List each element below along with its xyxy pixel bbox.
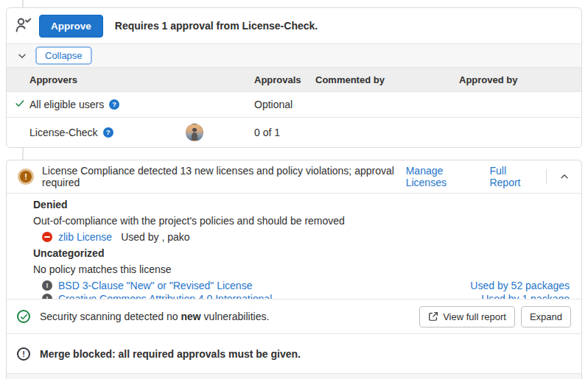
approve-button[interactable]: Approve [39, 15, 103, 38]
list-item: ! BSD 3-Clause "New" or "Revised" Licens… [42, 278, 252, 293]
help-icon[interactable]: ? [109, 99, 119, 110]
header-commented-by: Commented by [315, 74, 385, 85]
security-scanning-message: Security scanning detected no new vulner… [40, 311, 269, 322]
security-message-bold: new [181, 311, 200, 322]
merge-blocked-message: Merge blocked: all required approvals mu… [40, 348, 301, 360]
chevron-down-icon[interactable] [15, 49, 29, 63]
approvals-count: Optional [254, 99, 293, 110]
used-by-link-wrap: Used by 1 package [481, 291, 570, 299]
info-icon: ! [42, 280, 52, 291]
user-approval-icon [15, 17, 32, 35]
next-section-strip [7, 373, 581, 379]
security-scanning-row: Security scanning detected no new vulner… [7, 299, 581, 333]
info-icon: ! [42, 294, 52, 299]
approvers-table-header: Approvers Approvals Commented by Approve… [7, 68, 581, 92]
used-by-link-wrap: Used by 52 packages [470, 278, 570, 293]
expand-label: Expand [530, 311, 562, 322]
external-link-icon [428, 311, 438, 322]
table-row: All eligible users ? Optional [7, 92, 581, 118]
header-approved-by: Approved by [459, 74, 517, 85]
license-compliance-header: ! License Compliance detected 13 new lic… [7, 160, 581, 193]
table-row: License-Check ? 0 of 1 [7, 118, 581, 146]
license-link[interactable]: Creative Commons Attribution 4.0 Interna… [58, 293, 272, 299]
chevron-up-icon[interactable] [558, 170, 571, 183]
expand-button[interactable]: Expand [521, 306, 571, 327]
approver-name: License-Check [29, 127, 98, 138]
approval-requirement-text: Requires 1 approval from License-Check. [115, 20, 318, 32]
approvals-panel: Approve Requires 1 approval from License… [6, 7, 582, 148]
avatar[interactable] [186, 124, 203, 141]
collapse-row: Collapse [7, 44, 581, 68]
denied-section-title: Denied [33, 197, 68, 212]
approve-row: Approve Requires 1 approval from License… [7, 8, 581, 44]
view-full-report-button[interactable]: View full report [419, 306, 515, 327]
license-compliance-summary: License Compliance detected 13 new licen… [42, 165, 406, 188]
warning-icon: ! [20, 171, 32, 183]
view-full-report-label: View full report [443, 311, 506, 322]
security-message-prefix: Security scanning detected no [40, 311, 181, 322]
merge-blocked-row: ! Merge blocked: all required approvals … [7, 333, 581, 373]
uncategorized-section-title: Uncategorized [33, 246, 104, 261]
used-by-link[interactable]: Used by 1 package [481, 293, 570, 299]
discussion-timeline-line [22, 0, 24, 7]
merge-request-widget: Approve Requires 1 approval from License… [0, 0, 588, 379]
used-by-link[interactable]: Used by 52 packages [470, 280, 570, 291]
full-report-link[interactable]: Full Report [489, 165, 535, 188]
list-item: ! Creative Commons Attribution 4.0 Inter… [42, 291, 272, 299]
header-approvals: Approvals [254, 74, 301, 85]
discussion-timeline-line [22, 148, 24, 160]
reports-panel: ! License Compliance detected 13 new lic… [6, 160, 582, 379]
license-link[interactable]: zlib License [58, 231, 112, 243]
collapse-button[interactable]: Collapse [35, 46, 92, 65]
used-by-text: Used by , pako [121, 231, 189, 243]
alert-circle-icon: ! [17, 347, 30, 361]
approver-name: All eligible users [29, 99, 104, 110]
approvals-count: 0 of 1 [254, 127, 280, 138]
manage-licenses-link[interactable]: Manage Licenses [406, 165, 479, 188]
check-icon [15, 99, 25, 111]
vertical-divider [546, 169, 547, 184]
success-check-icon [17, 310, 30, 323]
license-link[interactable]: BSD 3-Clause "New" or "Revised" License [58, 280, 252, 291]
security-message-suffix: vulnerabilities. [201, 311, 270, 322]
denied-section-description: Out-of-compliance with the project's pol… [33, 213, 345, 228]
denied-icon [42, 232, 52, 242]
license-report-body: Denied Out-of-compliance with the projec… [7, 193, 581, 299]
uncategorized-section-description: No policy matches this license [33, 262, 172, 277]
header-approvers: Approvers [29, 74, 77, 85]
help-icon[interactable]: ? [103, 127, 113, 138]
list-item: zlib License Used by , pako [42, 230, 190, 244]
